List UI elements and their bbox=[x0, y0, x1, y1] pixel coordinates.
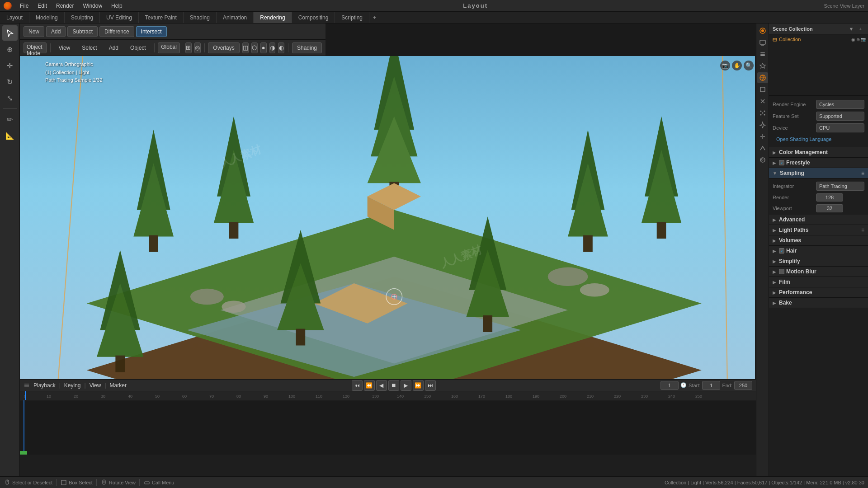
solid-button[interactable]: ● bbox=[260, 42, 267, 53]
collection-hide-icon[interactable]: ◉ bbox=[851, 37, 855, 42]
material-props-icon[interactable] bbox=[757, 155, 768, 165]
advanced-section[interactable]: ▶ Advanced bbox=[769, 215, 868, 225]
camera-perspective-icon[interactable]: 📷 bbox=[720, 61, 730, 70]
viewport-samples-value[interactable]: 32 bbox=[816, 204, 843, 212]
play-button[interactable]: ▶ bbox=[401, 380, 411, 391]
overlays-button[interactable]: Overlays bbox=[208, 42, 239, 53]
measure-tool[interactable]: 📐 bbox=[2, 128, 18, 143]
move-tool[interactable]: ✛ bbox=[2, 58, 18, 73]
render-props-icon[interactable] bbox=[757, 25, 768, 36]
difference-button[interactable]: Difference bbox=[99, 26, 134, 37]
stop-button[interactable]: ⏹ bbox=[388, 380, 399, 391]
step-forward-button[interactable]: ⏩ bbox=[413, 380, 424, 391]
camera-search-icon[interactable]: 🔍 bbox=[744, 61, 754, 70]
proportional-edit-button[interactable]: ◎ bbox=[194, 42, 201, 53]
color-management-section[interactable]: ▶ Color Management bbox=[769, 147, 868, 158]
constraint-props-icon[interactable] bbox=[757, 131, 768, 142]
hair-section[interactable]: ▶ Hair bbox=[769, 246, 868, 256]
simplify-section[interactable]: ▶ Simplify bbox=[769, 256, 868, 267]
subtract-button[interactable]: Subtract bbox=[67, 26, 98, 37]
timeline-tracks[interactable] bbox=[20, 400, 756, 455]
tab-sculpting[interactable]: Sculpting bbox=[65, 12, 100, 23]
performance-section[interactable]: ▶ Performance bbox=[769, 287, 868, 298]
xray-button[interactable]: ◫ bbox=[242, 42, 249, 53]
collection-render-icon[interactable]: 📷 bbox=[861, 37, 866, 42]
intersect-button[interactable]: Intersect bbox=[136, 26, 167, 37]
scale-tool[interactable]: ⤡ bbox=[2, 90, 18, 106]
tab-shading[interactable]: Shading bbox=[184, 12, 217, 23]
particles-props-icon[interactable] bbox=[757, 108, 768, 118]
object-mode-select[interactable]: Object Mode bbox=[24, 42, 47, 53]
device-value[interactable]: CPU bbox=[816, 123, 864, 132]
jump-end-button[interactable]: ⏭ bbox=[425, 380, 436, 391]
add-menu[interactable]: Add bbox=[104, 42, 123, 53]
tab-texture-paint[interactable]: Texture Paint bbox=[139, 12, 184, 23]
global-select[interactable]: Global bbox=[158, 42, 180, 53]
motion-blur-section[interactable]: ▶ Motion Blur bbox=[769, 267, 868, 277]
select-tool[interactable] bbox=[2, 25, 18, 41]
output-props-icon[interactable] bbox=[757, 37, 768, 48]
feature-set-value[interactable]: Supported bbox=[816, 112, 864, 121]
physics-props-icon[interactable] bbox=[757, 119, 768, 130]
light-paths-section[interactable]: ▶ Light Paths ≡ bbox=[769, 225, 868, 235]
add-button[interactable]: Add bbox=[46, 26, 66, 37]
integrator-value[interactable]: Path Tracing bbox=[816, 182, 864, 191]
menu-edit[interactable]: Edit bbox=[33, 0, 52, 11]
object-props-icon[interactable] bbox=[757, 84, 768, 95]
tab-uv-editing[interactable]: UV Editing bbox=[100, 12, 139, 23]
sampling-section-header[interactable]: ▼ Sampling ≡ bbox=[769, 168, 868, 178]
current-frame-input[interactable]: 1 bbox=[660, 381, 679, 390]
tab-animation[interactable]: Animation bbox=[217, 12, 254, 23]
hair-checkbox[interactable] bbox=[779, 248, 784, 253]
main-viewport[interactable]: 人人素材 人人素材 Camera Orthographic (1) Collec… bbox=[20, 56, 755, 390]
add-workspace-button[interactable]: + bbox=[369, 14, 380, 21]
tab-compositing[interactable]: Compositing bbox=[292, 12, 335, 23]
snap-button[interactable]: ⊞ bbox=[185, 42, 192, 53]
menu-render[interactable]: Render bbox=[52, 0, 78, 11]
tab-scripting[interactable]: Scripting bbox=[335, 12, 369, 23]
tab-modeling[interactable]: Modeling bbox=[29, 12, 65, 23]
end-frame-input[interactable]: 250 bbox=[734, 381, 752, 390]
outliner-add-icon[interactable]: + bbox=[856, 25, 864, 33]
rotate-tool[interactable]: ↻ bbox=[2, 74, 18, 89]
start-frame-input[interactable]: 1 bbox=[702, 381, 720, 390]
bake-section[interactable]: ▶ Bake bbox=[769, 298, 868, 308]
menu-file[interactable]: File bbox=[15, 0, 33, 11]
tab-rendering[interactable]: Rendering bbox=[254, 12, 292, 23]
step-back-button[interactable]: ⏪ bbox=[364, 380, 375, 391]
playback-label[interactable]: Playback bbox=[33, 382, 56, 389]
view-menu[interactable]: View bbox=[54, 42, 75, 53]
volumes-section[interactable]: ▶ Volumes bbox=[769, 235, 868, 246]
marker-label[interactable]: Marker bbox=[110, 382, 127, 389]
data-props-icon[interactable] bbox=[757, 143, 768, 154]
camera-hand-icon[interactable]: ✋ bbox=[732, 61, 742, 70]
view-layer-props-icon[interactable] bbox=[757, 49, 768, 60]
open-shading-link[interactable]: Open Shading Language bbox=[773, 135, 835, 143]
select-menu[interactable]: Select bbox=[77, 42, 101, 53]
menu-help[interactable]: Help bbox=[107, 0, 127, 11]
freestyle-section[interactable]: ▶ Freestyle bbox=[769, 158, 868, 168]
scene-props-icon[interactable] bbox=[757, 61, 768, 71]
cursor-tool[interactable]: ⊕ bbox=[2, 42, 18, 57]
blender-logo[interactable] bbox=[0, 2, 15, 10]
shading-button[interactable]: Shading bbox=[292, 42, 322, 53]
object-menu[interactable]: Object bbox=[126, 42, 151, 53]
outliner-collection-item[interactable]: Collection ◉ ⊕ 📷 bbox=[769, 34, 868, 44]
view-label-timeline[interactable]: View bbox=[90, 382, 101, 389]
collection-select-icon[interactable]: ⊕ bbox=[856, 37, 860, 42]
open-shading-row[interactable]: Open Shading Language bbox=[769, 134, 868, 145]
world-props-icon[interactable] bbox=[757, 72, 768, 83]
new-button[interactable]: New bbox=[24, 26, 44, 37]
outliner-filter-icon[interactable]: ▼ bbox=[847, 25, 855, 33]
jump-start-button[interactable]: ⏮ bbox=[352, 380, 363, 391]
sampling-menu-icon[interactable]: ≡ bbox=[861, 170, 864, 176]
material-preview-button[interactable]: ◑ bbox=[269, 42, 276, 53]
film-section[interactable]: ▶ Film bbox=[769, 277, 868, 287]
tab-layout[interactable]: Layout bbox=[0, 12, 29, 23]
modifier-props-icon[interactable] bbox=[757, 96, 768, 107]
render-engine-value[interactable]: Cycles bbox=[816, 100, 864, 109]
menu-window[interactable]: Window bbox=[78, 0, 107, 11]
timeline-icon-btn[interactable] bbox=[24, 382, 30, 389]
play-back-button[interactable]: ◀ bbox=[376, 380, 387, 391]
rendered-button[interactable]: ◐ bbox=[278, 42, 284, 53]
